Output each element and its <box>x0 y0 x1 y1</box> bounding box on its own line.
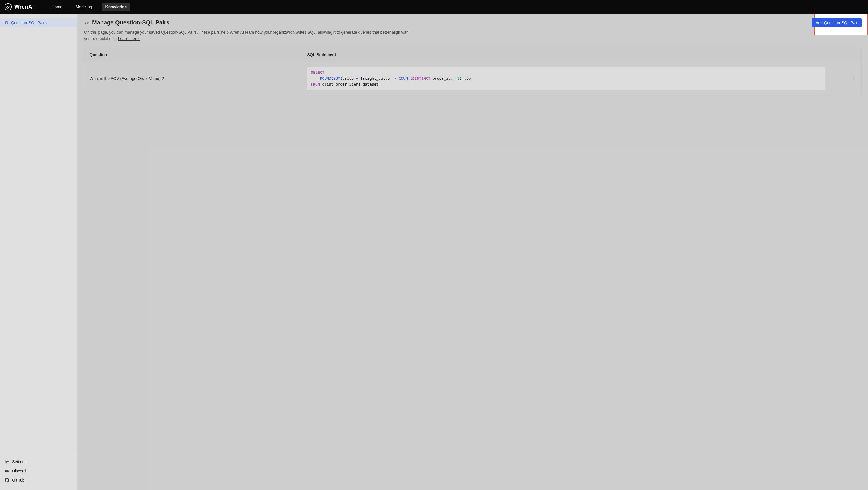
nav-home[interactable]: Home <box>48 3 66 11</box>
sidebar-settings-label: Settings <box>12 459 27 464</box>
logo-icon <box>4 3 12 11</box>
sidebar-item-label: Question-SQL Pairs <box>11 21 46 25</box>
brand-name: WrenAI <box>14 4 34 10</box>
svg-point-4 <box>854 79 855 80</box>
row-actions-menu[interactable] <box>851 75 856 82</box>
nav-modeling[interactable]: Modeling <box>72 3 96 11</box>
sidebar-item-question-sql-pairs[interactable]: Question-SQL Pairs <box>0 18 78 27</box>
svg-point-2 <box>854 76 855 77</box>
gear-icon <box>5 459 9 464</box>
col-header-question: Question <box>84 48 302 61</box>
nav-knowledge[interactable]: Knowledge <box>102 3 130 11</box>
sidebar-discord[interactable]: Discord <box>0 466 78 476</box>
sql-cell: SELECT ROUND(SUM(price + freight_value) … <box>302 61 830 96</box>
table-row: What is the AOV (Average Order Value) ? … <box>84 61 861 96</box>
sql-code: SELECT ROUND(SUM(price + freight_value) … <box>307 66 825 90</box>
github-icon <box>5 478 9 483</box>
sidebar-settings[interactable]: Settings <box>0 457 78 466</box>
page-description: On this page, you can manage your saved … <box>84 29 412 42</box>
sidebar-github[interactable]: GitHub <box>0 476 78 485</box>
sidebar-discord-label: Discord <box>12 469 26 473</box>
fx-icon <box>84 20 89 25</box>
col-header-sql: SQL Statement <box>302 48 830 61</box>
question-cell: What is the AOV (Average Order Value) ? <box>84 61 302 96</box>
main-content: placeholder Add Question-SQL Pair Manage… <box>78 13 868 490</box>
sidebar-github-label: GitHub <box>12 478 25 483</box>
page-title: Manage Question-SQL Pairs <box>92 19 169 26</box>
topbar: WrenAI Home Modeling Knowledge <box>0 0 868 13</box>
svg-point-1 <box>6 461 7 462</box>
topnav: Home Modeling Knowledge <box>48 3 130 11</box>
brand-logo[interactable]: WrenAI <box>4 3 34 11</box>
learn-more-link[interactable]: Learn more. <box>118 36 140 41</box>
svg-point-0 <box>5 3 11 10</box>
add-question-sql-pair-button[interactable]: Add Question-SQL Pair <box>811 18 862 27</box>
pairs-table: Question SQL Statement What is the AOV (… <box>84 48 862 96</box>
page-header: Manage Question-SQL Pairs <box>84 19 862 26</box>
discord-icon <box>5 469 9 473</box>
fx-icon <box>5 21 9 25</box>
sidebar: Question-SQL Pairs Settings Discord GitH… <box>0 13 78 490</box>
svg-point-3 <box>854 78 855 78</box>
more-vertical-icon <box>853 76 855 80</box>
